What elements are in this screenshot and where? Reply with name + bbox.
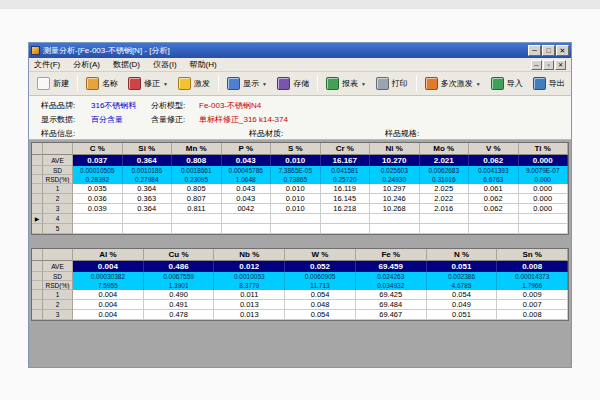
table-cell[interactable]: 7.5955 [73,281,144,290]
table-cell[interactable]: 0.013 [214,300,285,310]
table-cell[interactable]: 0.000 [519,155,569,166]
table-cell[interactable]: 0.000 [519,194,569,204]
table-cell[interactable] [123,224,173,234]
table-cell[interactable]: 0.0010053 [214,272,285,281]
table-cell[interactable]: 0.061 [469,184,519,194]
table-cell[interactable]: 69.484 [356,300,427,310]
table-cell[interactable]: 0.811 [172,204,222,214]
table-cell[interactable] [321,214,371,224]
table-cell[interactable]: 0.31016 [420,175,470,184]
menu-item-analysis[interactable]: 分析(A) [73,59,100,70]
table-cell[interactable]: 0.062 [469,194,519,204]
row-label[interactable]: SD [43,272,73,281]
row-selector[interactable] [32,281,43,290]
row-selector[interactable] [32,300,43,310]
child-restore-button[interactable]: ▫ [543,60,554,70]
title-bar[interactable]: 测量分析-[Fe-003-不锈钢[N] - [分析] ─□✕ [29,43,571,58]
table-cell[interactable]: 8.3779 [214,281,285,290]
table-cell[interactable]: 0.037 [73,155,123,166]
table-cell[interactable]: 0.363 [123,194,173,204]
row-selector[interactable] [32,194,43,204]
table-cell[interactable]: 2.025 [420,184,470,194]
table-cell[interactable]: 0.00030382 [73,272,144,281]
table-cell[interactable]: 10.268 [370,204,420,214]
table-cell[interactable] [420,214,470,224]
child-close-button[interactable]: ✕ [555,60,566,70]
table-cell[interactable]: 0.004 [73,300,144,310]
table-cell[interactable] [222,224,272,234]
table-cell[interactable]: 0.808 [172,155,222,166]
table-cell[interactable]: 0.024263 [356,272,427,281]
row-label[interactable]: RSD(%) [43,281,73,290]
table-cell[interactable]: 0.025603 [370,166,420,175]
table-cell[interactable] [271,214,321,224]
table-cell[interactable]: 0.27984 [123,175,173,184]
menu-item-data[interactable]: 数据(D) [113,59,140,70]
table-cell[interactable]: 0.364 [123,184,173,194]
table-cell[interactable]: 0.807 [172,194,222,204]
table-cell[interactable]: 0.73865 [271,175,321,184]
table-cell[interactable]: 0.0041393 [469,166,519,175]
table-cell[interactable]: 0.054 [285,310,356,320]
toolbar-name-button[interactable]: 名称 [82,74,122,93]
table-cell[interactable]: 0.23095 [172,175,222,184]
table-cell[interactable]: 0.039 [73,204,123,214]
table-cell[interactable]: 0.035 [73,184,123,194]
table-cell[interactable]: 0.008 [497,261,568,272]
table-cell[interactable]: 69.467 [356,310,427,320]
table-cell[interactable] [73,214,123,224]
toolbar-correction-button[interactable]: 修正▼ [124,74,172,93]
table-cell[interactable]: 0.004 [73,290,144,300]
table-cell[interactable]: 0.004 [73,261,144,272]
row-selector[interactable] [32,155,43,166]
child-minimize-button[interactable]: ─ [531,60,542,70]
table-cell[interactable]: 1.7966 [497,281,568,290]
table-cell[interactable]: 0.25720 [321,175,371,184]
table-cell[interactable]: 0.805 [172,184,222,194]
table-cell[interactable]: 0.043 [222,194,272,204]
row-selector[interactable] [32,166,43,175]
row-label[interactable]: AVE [43,261,73,272]
table-cell[interactable]: 69.459 [356,261,427,272]
row-selector[interactable] [32,175,43,184]
table-cell[interactable]: 0.013 [214,310,285,320]
table-cell[interactable] [222,214,272,224]
table-cell[interactable]: 1.3901 [144,281,215,290]
table-cell[interactable]: 0.002386 [427,272,498,281]
table-cell[interactable]: 0.000 [519,204,569,214]
table-cell[interactable]: 0.0067559 [144,272,215,281]
table-cell[interactable]: 0.00014373 [497,272,568,281]
table-cell[interactable]: 0.062 [469,155,519,166]
table-cell[interactable]: 0.034932 [356,281,427,290]
table-cell[interactable] [123,214,173,224]
row-label[interactable]: 5 [43,224,73,234]
menu-item-instrument[interactable]: 仪器(I) [153,59,177,70]
table-cell[interactable]: 9.0079E-07 [519,166,569,175]
toolbar-multi-excite-button[interactable]: 多次激发▼ [421,74,485,93]
table-cell[interactable] [420,224,470,234]
table-cell[interactable]: 0.00045786 [222,166,272,175]
table-cell[interactable]: 2.016 [420,204,470,214]
table-cell[interactable]: 0.007 [497,300,568,310]
row-label[interactable]: 3 [43,204,73,214]
table-cell[interactable]: 0.054 [285,290,356,300]
table-cell[interactable]: 0.054 [427,290,498,300]
table-cell[interactable] [469,224,519,234]
toolbar-display-button[interactable]: 显示▼ [223,74,271,93]
table-cell[interactable]: 16.145 [321,194,371,204]
table-cell[interactable]: 0.048 [285,300,356,310]
row-selector[interactable] [32,290,43,300]
table-cell[interactable]: 0.010 [271,204,321,214]
table-cell[interactable]: 0.051 [427,261,498,272]
table-cell[interactable] [370,214,420,224]
row-selector[interactable]: ▶ [32,214,43,224]
table-cell[interactable]: 2.022 [420,194,470,204]
table-cell[interactable] [73,224,123,234]
table-cell[interactable]: 0.0018661 [172,166,222,175]
table-cell[interactable] [172,214,222,224]
toolbar-export-button[interactable]: 导出 [529,74,569,93]
toolbar-save-button[interactable]: 存储 [273,74,313,93]
table-cell[interactable]: 16.218 [321,204,371,214]
row-label[interactable]: RSD(%) [43,175,73,184]
menu-item-help[interactable]: 帮助(H) [190,59,217,70]
